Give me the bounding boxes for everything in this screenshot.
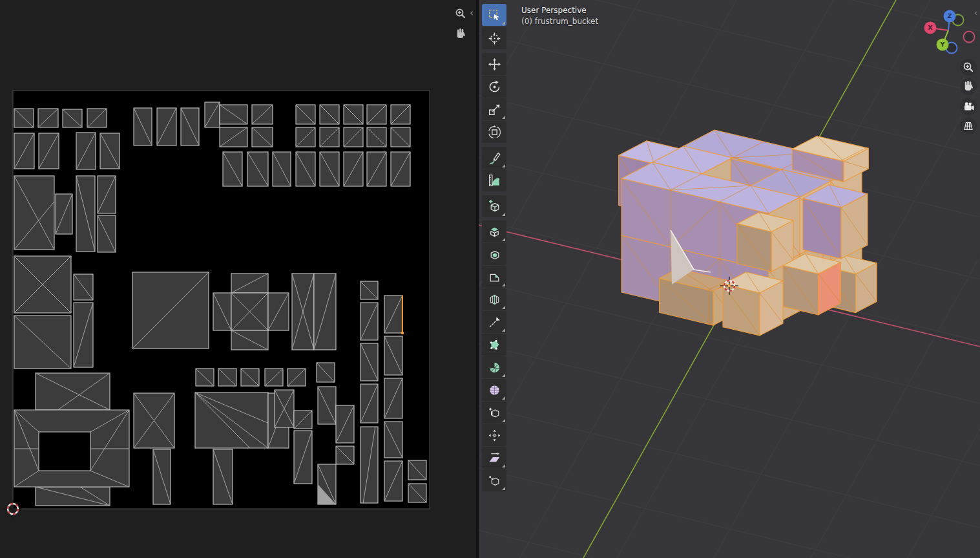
- tool-poly-build-button[interactable]: [482, 334, 506, 356]
- tool-expand-corner: [502, 419, 505, 422]
- tool-transform-button[interactable]: [482, 121, 506, 143]
- tool-select-box-button[interactable]: [482, 4, 506, 26]
- transform-icon: [487, 125, 502, 140]
- tool-expand-corner: [502, 21, 505, 25]
- svg-text:Y: Y: [940, 41, 945, 48]
- viewport-canvas[interactable]: ZXY: [479, 0, 980, 558]
- rotate-icon: [487, 80, 502, 94]
- tool-expand-corner: [502, 464, 505, 467]
- tool-shear-button[interactable]: [482, 447, 506, 469]
- tool-rotate-button[interactable]: [482, 76, 506, 98]
- tool-expand-corner: [502, 306, 505, 309]
- svg-text:Z: Z: [948, 12, 952, 19]
- measure-icon: [487, 173, 502, 188]
- smooth-icon: [487, 383, 502, 398]
- viewport-3d[interactable]: ZXY User Perspective (0) frustrum_bucket…: [479, 0, 980, 558]
- tool-expand-corner: [502, 487, 505, 490]
- svg-text:X: X: [928, 24, 933, 31]
- region-collapse-icon[interactable]: ‹: [470, 8, 474, 18]
- uv-image-editor[interactable]: ‹: [0, 0, 476, 558]
- tool-rip-region-button[interactable]: [482, 469, 506, 491]
- gizmo-axis-negative[interactable]: [964, 32, 975, 43]
- tool-expand-corner: [502, 238, 505, 241]
- move-icon: [487, 57, 502, 72]
- tool-expand-corner: [502, 164, 505, 167]
- edge-slide-icon: [487, 405, 502, 420]
- poly-build-icon: [487, 338, 502, 352]
- uv-canvas[interactable]: [0, 0, 476, 558]
- tool-expand-corner: [502, 283, 505, 286]
- uv-selected-vertex[interactable]: [401, 332, 404, 334]
- rip-region-icon: [487, 473, 502, 488]
- spin-icon: [487, 360, 502, 375]
- tool-inset-faces-button[interactable]: [482, 243, 506, 265]
- tool-annotate-button[interactable]: [482, 147, 506, 169]
- tool-knife-button[interactable]: [482, 311, 506, 333]
- viewport-mode-label: User Perspective: [521, 6, 587, 15]
- tool-move-button[interactable]: [482, 53, 506, 75]
- blender-window: ‹ ZXY User Perspective (0) frustrum_buck…: [0, 0, 980, 558]
- tool-add-cube-button[interactable]: [482, 195, 506, 217]
- tool-shrink-fatten-button[interactable]: [482, 424, 506, 446]
- tool-bevel-button[interactable]: [482, 266, 506, 288]
- tool-cursor-button[interactable]: [482, 27, 506, 49]
- tool-expand-corner: [502, 213, 505, 216]
- shear-icon: [487, 451, 502, 466]
- knife-icon: [487, 315, 502, 330]
- shrink-fatten-icon: [487, 428, 502, 443]
- tool-expand-corner: [502, 396, 505, 400]
- tool-expand-corner: [502, 116, 505, 119]
- tool-extrude-region-button[interactable]: [482, 220, 506, 242]
- tool-expand-corner: [502, 374, 505, 377]
- annotate-icon: [487, 151, 502, 166]
- tool-scale-button[interactable]: [482, 98, 506, 120]
- tool-loop-cut-button[interactable]: [482, 288, 506, 310]
- pan-hand-icon[interactable]: [457, 28, 466, 38]
- loop-cut-icon: [487, 292, 502, 307]
- add-cube-icon: [487, 199, 502, 214]
- active-object-label: (0) frustrum_bucket: [521, 17, 598, 26]
- scale-icon: [487, 102, 502, 117]
- tool-smooth-button[interactable]: [482, 379, 506, 401]
- inset-faces-icon: [487, 247, 502, 262]
- tool-measure-button[interactable]: [482, 169, 506, 191]
- region-collapse-icon[interactable]: ‹: [974, 9, 977, 17]
- select-box-icon: [487, 8, 502, 23]
- extrude-region-icon: [487, 224, 502, 239]
- tool-spin-button[interactable]: [482, 356, 506, 378]
- zoom-in-icon[interactable]: [457, 10, 465, 18]
- tool-expand-corner: [502, 328, 505, 332]
- tool-edge-slide-button[interactable]: [482, 402, 506, 424]
- cursor-icon: [487, 31, 502, 46]
- bevel-icon: [487, 270, 502, 284]
